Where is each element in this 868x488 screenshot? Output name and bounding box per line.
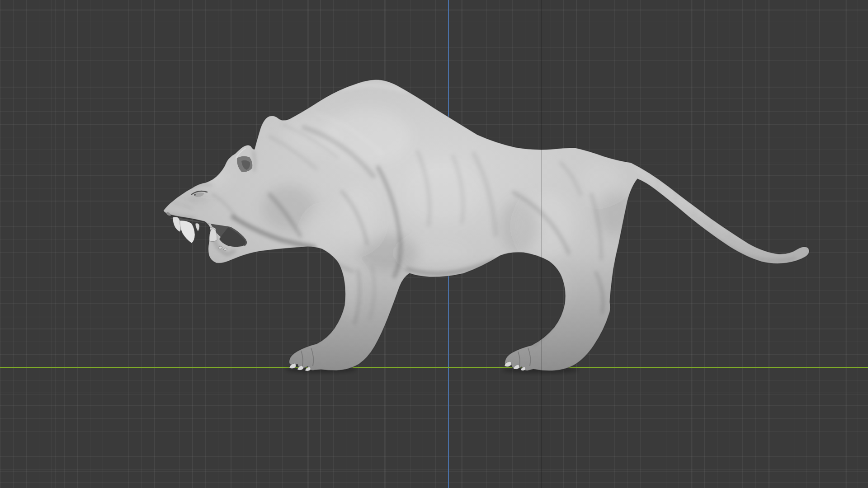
3d-viewport[interactable] (0, 0, 868, 488)
viewport-seam-line (541, 0, 542, 488)
sculpt-model[interactable] (0, 0, 868, 488)
